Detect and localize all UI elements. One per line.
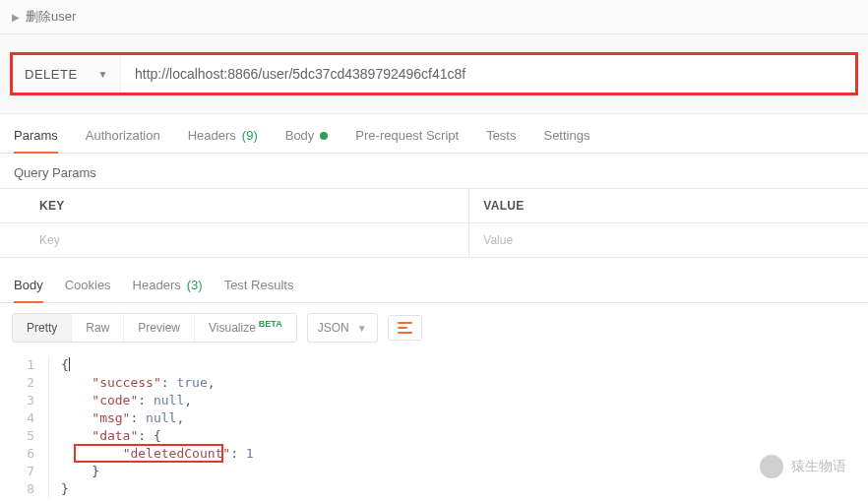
res-tab-headers[interactable]: Headers (3) [133,278,203,292]
watermark: 猿生物语 [760,455,846,478]
tab-settings[interactable]: Settings [543,128,589,143]
res-tab-cookies[interactable]: Cookies [65,278,111,292]
watermark-icon [760,455,783,478]
tab-headers[interactable]: Headers (9) [188,128,258,143]
key-input[interactable]: Key [0,223,468,257]
chevron-right-icon: ▶ [12,12,20,23]
chevron-down-icon: ▼ [357,323,367,334]
request-tabs: Params Authorization Headers (9) Body Pr… [0,114,868,154]
visualize-button[interactable]: VisualizeBETA [194,314,296,342]
tab-body[interactable]: Body [285,128,329,143]
query-params-table: KEY VALUE Key Value [0,188,868,258]
response-toolbar: Pretty Raw Preview VisualizeBETA JSON ▼ [0,303,868,354]
wrap-lines-button[interactable] [388,315,422,341]
column-key: KEY [0,189,468,222]
res-tab-body[interactable]: Body [14,278,43,292]
code-content[interactable]: { "success": true, "code": null, "msg": … [49,356,254,498]
res-tab-test-results[interactable]: Test Results [224,278,294,292]
watermark-text: 猿生物语 [791,458,846,475]
tab-authorization[interactable]: Authorization [86,128,160,143]
dot-icon [320,132,328,140]
url-text: http://localhost:8866/user/5dc37cd438979… [135,66,465,82]
response-body: 12345678 { "success": true, "code": null… [0,354,868,502]
chevron-down-icon: ▼ [98,69,108,80]
tab-params[interactable]: Params [14,128,58,143]
value-input[interactable]: Value [468,223,868,257]
beta-badge: BETA [259,319,282,329]
preview-button[interactable]: Preview [123,314,194,342]
format-select[interactable]: JSON ▼ [307,313,378,343]
tab-prerequest[interactable]: Pre-request Script [355,128,459,143]
http-method-label: DELETE [25,67,78,82]
http-method-select[interactable]: DELETE ▼ [13,55,121,93]
raw-button[interactable]: Raw [71,314,123,342]
url-input[interactable]: http://localhost:8866/user/5dc37cd438979… [121,55,855,93]
pretty-button[interactable]: Pretty [13,314,71,342]
view-mode-segment: Pretty Raw Preview VisualizeBETA [12,313,297,343]
breadcrumb: ▶ 删除user [0,0,868,33]
response-tabs: Body Cookies Headers (3) Test Results [0,264,868,303]
line-gutter: 12345678 [0,356,49,498]
wrap-icon [398,322,412,334]
request-bar: DELETE ▼ http://localhost:8866/user/5dc3… [0,34,868,114]
query-params-label: Query Params [0,154,868,188]
tab-tests[interactable]: Tests [486,128,516,143]
column-value: VALUE [468,189,868,222]
breadcrumb-title: 删除user [26,8,76,26]
